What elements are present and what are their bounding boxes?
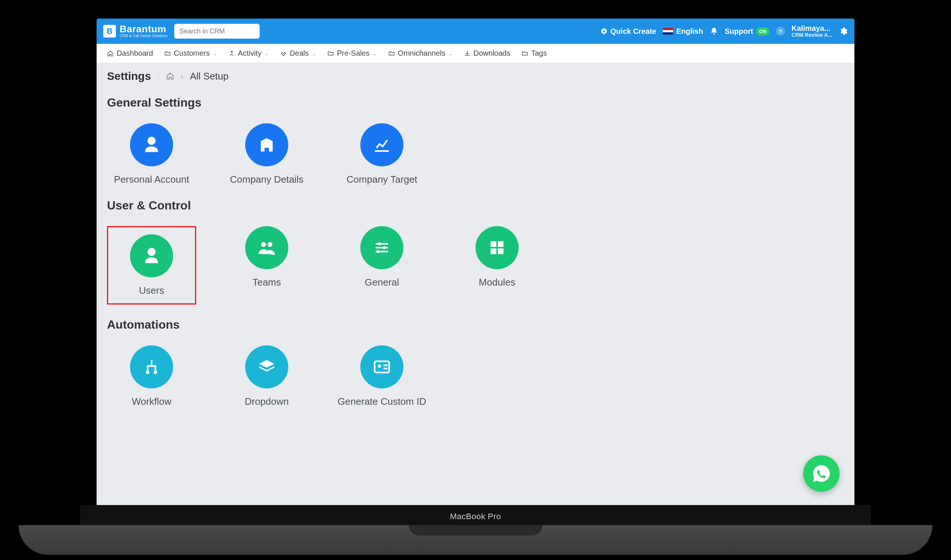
app-window: B Barantum CRM & Call Center Solutions Q… (97, 18, 854, 506)
sliders-icon (360, 226, 403, 269)
chevron-down-icon: ⌄ (448, 51, 453, 57)
chevron-down-icon: ⌄ (312, 51, 316, 57)
nav-omnichannels[interactable]: Omnichannels ⌄ (388, 49, 453, 58)
chevron-down-icon: ⌄ (265, 51, 269, 57)
user-menu[interactable]: Kalimaya... CRM Review A... (792, 24, 832, 38)
brand-logo[interactable]: B Barantum CRM & Call Center Solutions (103, 24, 168, 38)
tile-label: Personal Account (114, 174, 189, 185)
quick-create-button[interactable]: Quick Create (601, 27, 656, 35)
user-name: Kalimaya... (792, 24, 832, 32)
home-icon[interactable] (166, 72, 174, 80)
svg-point-6 (378, 365, 381, 368)
chevron-down-icon: ⌄ (213, 51, 217, 57)
notifications-button[interactable] (710, 27, 718, 35)
brand-tagline: CRM & Call Center Solutions (120, 34, 168, 38)
page-body: Settings | › All Setup General Settings … (97, 63, 854, 422)
team-icon (245, 226, 288, 269)
tile-modules[interactable]: Modules (452, 226, 542, 305)
download-icon (464, 50, 471, 57)
nav-pre-sales[interactable]: Pre-Sales ⌄ (327, 49, 377, 58)
chart-line-icon (360, 123, 403, 166)
svg-point-3 (383, 246, 386, 249)
tile-users[interactable]: Users (107, 226, 196, 305)
plus-circle-icon (601, 28, 607, 35)
tile-label: Teams (252, 277, 281, 288)
nav-label: Omnichannels (398, 49, 445, 58)
nav-label: Deals (290, 49, 309, 58)
chevron-down-icon: ⌄ (372, 51, 377, 57)
bell-icon (710, 27, 718, 35)
tile-label: Workflow (132, 396, 171, 408)
tile-dropdown[interactable]: Dropdown (222, 345, 311, 408)
nav-label: Downloads (474, 49, 511, 58)
help-button[interactable]: ? (776, 27, 785, 35)
nav-label: Pre-Sales (337, 49, 369, 58)
tile-label: General (365, 277, 399, 288)
whatsapp-fab[interactable] (803, 455, 840, 492)
handshake-icon (280, 50, 287, 57)
person-run-icon (228, 50, 235, 57)
nav-label: Dashboard (117, 49, 153, 58)
gear-icon (839, 27, 848, 35)
section-general-settings: General Settings (107, 96, 202, 111)
tile-label: Company Details (230, 174, 303, 185)
nav-label: Customers (174, 49, 210, 58)
layers-icon (245, 345, 288, 388)
main-nav: Dashboard Customers ⌄ Activity ⌄ Deals ⌄ (97, 44, 854, 63)
language-switch[interactable]: English (663, 27, 703, 35)
id-card-icon (360, 345, 403, 388)
laptop-label: MacBook Pro (0, 512, 951, 522)
section-automations: Automations (107, 318, 180, 333)
workflow-icon (130, 345, 173, 388)
folder-icon (327, 50, 334, 57)
folder-icon (388, 50, 395, 57)
breadcrumb-current: All Setup (190, 71, 228, 82)
question-icon: ? (776, 27, 785, 35)
tile-label: Company Target (346, 174, 417, 185)
nav-deals[interactable]: Deals ⌄ (280, 49, 316, 58)
nav-activity[interactable]: Activity ⌄ (228, 49, 269, 58)
svg-point-1 (231, 51, 232, 53)
tile-personal-account[interactable]: Personal Account (107, 123, 196, 185)
quick-create-label: Quick Create (610, 27, 656, 35)
nav-customers[interactable]: Customers ⌄ (164, 49, 217, 58)
user-icon (130, 234, 173, 277)
nav-label: Activity (238, 49, 262, 58)
folder-icon (164, 50, 171, 57)
tile-label: Users (139, 285, 164, 296)
tile-workflow[interactable]: Workflow (107, 345, 196, 408)
user-subtitle: CRM Review A... (792, 32, 832, 38)
tile-label: Generate Custom ID (338, 396, 426, 408)
settings-gear-button[interactable] (839, 27, 848, 35)
tile-company-details[interactable]: Company Details (222, 123, 311, 185)
building-icon (245, 123, 288, 166)
tile-teams[interactable]: Teams (222, 226, 311, 305)
top-bar: B Barantum CRM & Call Center Solutions Q… (97, 18, 854, 44)
whatsapp-icon (811, 463, 831, 483)
home-icon (107, 50, 114, 57)
brand-mark-icon: B (103, 25, 116, 37)
support-link[interactable]: Support ON (725, 27, 769, 35)
svg-point-4 (376, 250, 379, 253)
svg-rect-5 (375, 362, 389, 372)
section-user-control: User & Control (107, 198, 191, 214)
tile-general[interactable]: General (337, 226, 426, 305)
brand-name: Barantum (120, 24, 168, 34)
tile-label: Dropdown (245, 396, 289, 408)
page-title: Settings (107, 70, 151, 82)
tile-generate-id[interactable]: Generate Custom ID (337, 345, 426, 408)
language-label: English (676, 27, 703, 35)
support-status-badge: ON (756, 28, 769, 35)
search-input[interactable] (174, 24, 260, 38)
nav-downloads[interactable]: Downloads (464, 49, 511, 58)
folder-icon (522, 50, 528, 57)
support-label: Support (725, 27, 753, 35)
grid-icon (476, 226, 519, 269)
nav-tags[interactable]: Tags (522, 49, 547, 58)
nav-dashboard[interactable]: Dashboard (107, 49, 153, 58)
tile-label: Modules (479, 277, 515, 288)
user-icon (130, 123, 173, 166)
svg-point-2 (378, 242, 381, 245)
flag-uk-icon (663, 28, 673, 35)
tile-company-target[interactable]: Company Target (337, 123, 426, 185)
